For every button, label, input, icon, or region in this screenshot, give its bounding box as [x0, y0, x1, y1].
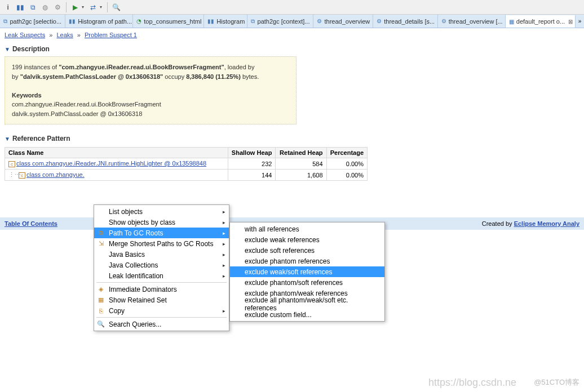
breadcrumb-link[interactable]: Leak Suspects	[5, 32, 45, 38]
creator-link[interactable]: Eclipse Memory Analy	[514, 220, 579, 227]
dom-icon: ◈	[96, 285, 105, 294]
desc-text: by	[12, 73, 20, 80]
menu-item[interactable]: ⇲Merge Shortest Paths to GC Roots▸	[94, 238, 229, 249]
col-percentage[interactable]: Percentage	[326, 148, 367, 158]
menu-item[interactable]: Show objects by class▸	[94, 217, 229, 228]
menu-item-label: Show Retained Set	[109, 296, 167, 304]
compare-icon[interactable]: ⇄	[87, 2, 99, 13]
close-icon[interactable]: ⊠	[567, 19, 573, 25]
toc-link[interactable]: Table Of Contents	[5, 220, 57, 227]
tab-label: default_report o...	[516, 18, 565, 25]
watermark: @51CTO博客	[534, 377, 579, 387]
tree-icon: ⧉	[251, 17, 255, 25]
editor-tab[interactable]: ◔top_consumers_html	[133, 15, 204, 28]
table-row[interactable]: cclass com.zhangyue.iReader.JNI.runtime.…	[5, 158, 368, 170]
menu-item[interactable]: with all references	[230, 224, 384, 234]
desc-text: , loaded by	[224, 64, 255, 70]
menu-item-label: Java Basics	[109, 251, 145, 259]
created-by-label: Created by	[482, 220, 514, 227]
menu-item-label: Copy	[109, 307, 125, 315]
submenu-arrow-icon: ▸	[223, 308, 225, 314]
breadcrumb-sep: »	[77, 32, 81, 38]
hist-icon: ▮▮	[69, 17, 76, 25]
gear-icon: ⚙	[441, 17, 446, 25]
separator	[66, 2, 67, 12]
submenu-arrow-icon: ▸	[223, 241, 225, 247]
desc-text: occupy	[163, 73, 186, 80]
collapse-icon: ▼	[5, 136, 10, 142]
menu-item[interactable]: exclude all phantom/weak/soft etc. refer…	[230, 299, 384, 309]
section-description-header[interactable]: ▼ Description	[5, 45, 579, 53]
menu-item[interactable]: exclude weak references	[230, 234, 384, 245]
menu-item[interactable]: ⧉Path To GC Roots▸	[94, 228, 229, 238]
oql-icon[interactable]: ◍	[39, 2, 51, 13]
col-shallow[interactable]: Shallow Heap	[228, 148, 276, 158]
menu-item-label: Search Queries...	[109, 320, 161, 328]
breadcrumb: Leak Suspects » Leaks » Problem Suspect …	[5, 28, 579, 42]
menu-item[interactable]: exclude phantom/soft references	[230, 277, 384, 288]
menu-item-label: exclude soft references	[245, 247, 315, 255]
editor-tab[interactable]: ⧉path2gc [selectio...	[0, 15, 65, 28]
class-link[interactable]: class com.zhangyue.	[26, 171, 85, 178]
submenu-arrow-icon: ▸	[223, 209, 225, 215]
tab-label: thread_details [s...	[384, 18, 435, 25]
section-reference-header[interactable]: ▼ Reference Pattern	[5, 135, 579, 142]
menu-item[interactable]: ◈Immediate Dominators	[94, 284, 229, 295]
breadcrumb-link[interactable]: Problem Suspect 1	[85, 32, 137, 38]
menu-item[interactable]: exclude custom field...	[230, 309, 384, 320]
menu-item[interactable]: exclude phantom references	[230, 256, 384, 266]
menu-item[interactable]: Java Basics▸	[94, 249, 229, 260]
editor-tab[interactable]: ⚙thread_details [s...	[373, 15, 437, 28]
search-icon: 🔍	[96, 320, 105, 329]
chevron-down-icon[interactable]: ▾	[100, 5, 104, 10]
editor-tab[interactable]: ⚙thread_overview	[313, 15, 373, 28]
tab-overflow-icon[interactable]: »	[576, 15, 584, 28]
editor-tab[interactable]: ▦default_report o...⊠	[506, 15, 576, 28]
editor-tab[interactable]: ▮▮Histogram	[204, 15, 247, 28]
menu-item[interactable]: 🔍Search Queries...	[94, 319, 229, 329]
gear-icon[interactable]: ⚙	[52, 2, 63, 13]
tree-icon[interactable]: ⧉	[27, 2, 38, 13]
tab-label: path2gc [context]...	[258, 18, 310, 25]
class-icon: c	[8, 161, 15, 167]
keyword: com.zhangyue.iReader.read.ui.BookBrowser…	[12, 101, 161, 108]
pie-icon: ◔	[136, 17, 141, 25]
menu-item[interactable]: List objects▸	[94, 206, 229, 217]
search-icon[interactable]: 🔍	[110, 2, 122, 13]
desc-loader: "dalvik.system.PathClassLoader @ 0x13606…	[20, 73, 163, 80]
tab-label: thread_overview [...	[449, 18, 503, 25]
created-by: Created by Eclipse Memory Analy	[482, 220, 579, 227]
breadcrumb-link[interactable]: Leaks	[56, 32, 73, 38]
chevron-down-icon[interactable]: ▾	[82, 5, 86, 10]
class-link[interactable]: class com.zhangyue.iReader.JNI.runtime.H…	[16, 160, 206, 167]
editor-tab[interactable]: ⧉path2gc [context]...	[247, 15, 313, 28]
gear-icon: ⚙	[317, 17, 322, 25]
main-toolbar: i ▮▮ ⧉ ◍ ⚙ ▶ ▾ ⇄ ▾ 🔍	[0, 0, 584, 15]
section-title: Description	[12, 45, 50, 53]
submenu-arrow-icon: ▸	[223, 252, 225, 257]
menu-item-label: exclude phantom/soft references	[245, 279, 343, 287]
col-classname[interactable]: Class Name	[5, 148, 228, 158]
cell-pct: 0.00%	[326, 158, 367, 170]
editor-tab[interactable]: ⚙thread_overview [...	[438, 15, 506, 28]
separator	[107, 2, 108, 12]
menu-item[interactable]: exclude weak/soft references	[230, 266, 384, 277]
editor-tab[interactable]: ▮▮Histogram of path...	[65, 15, 133, 28]
gear-icon: ⚙	[377, 17, 382, 25]
info-icon[interactable]: i	[2, 2, 14, 13]
menu-item[interactable]: ▦Show Retained Set	[94, 295, 229, 305]
table-row[interactable]: ⋮⋯cclass com.zhangyue.1441,6080.00%	[5, 170, 368, 181]
menu-item[interactable]: Leak Identification▸	[94, 270, 229, 281]
tree-icon: ⧉	[3, 17, 7, 25]
col-retained[interactable]: Retained Heap	[276, 148, 326, 158]
submenu-arrow-icon: ▸	[223, 262, 225, 268]
description-box: 199 instances of "com.zhangyue.iReader.r…	[5, 56, 297, 124]
histogram-icon[interactable]: ▮▮	[15, 2, 26, 13]
menu-item[interactable]: Java Collections▸	[94, 260, 229, 270]
menu-item[interactable]: exclude soft references	[230, 245, 384, 256]
menu-item[interactable]: ⎘Copy▸	[94, 305, 229, 316]
collapse-icon: ▼	[5, 46, 10, 52]
run-icon[interactable]: ▶	[69, 2, 81, 13]
cell-shallow: 232	[228, 158, 276, 170]
hist-icon: ▮▮	[207, 17, 214, 25]
